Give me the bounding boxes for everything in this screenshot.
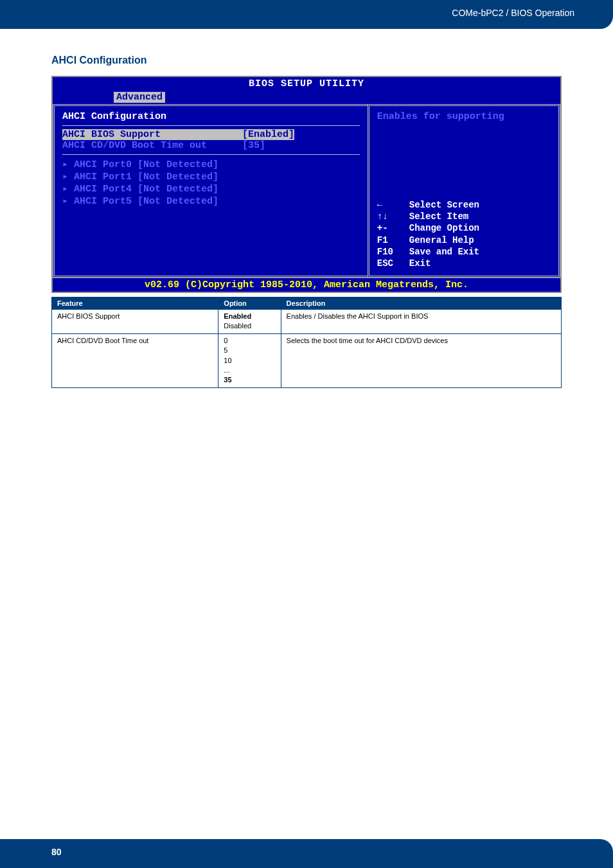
footer-bar: 80 — [0, 839, 613, 868]
boot-timeout-value: [35] — [242, 140, 265, 151]
help-key-save-exit: F10Save and Exit — [377, 246, 551, 258]
td-option: 0 5 10 ...35 — [218, 333, 281, 387]
arrows-updown-icon: ↑↓ — [377, 211, 409, 222]
bios-screenshot: BIOS SETUP UTILITY Advanced AHCI Configu… — [51, 76, 562, 293]
bios-support-label: AHCI BIOS Support — [62, 129, 242, 140]
f1-key: F1 — [377, 235, 409, 246]
help-keys: ←Select Screen ↑↓Select Item +-Change Op… — [377, 199, 551, 269]
plusminus-icon: +- — [377, 222, 409, 234]
bios-item-boot-timeout[interactable]: AHCI CD/DVD Boot Time out [35] — [62, 140, 360, 151]
bios-footer: v02.69 (C)Copyright 1985-2010, American … — [53, 278, 560, 292]
bios-port4[interactable]: ▸ AHCI Port4 [Not Detected] — [62, 182, 360, 195]
bios-body: AHCI Configuration AHCI BIOS Support [En… — [53, 104, 560, 278]
help-key-general-help: F1General Help — [377, 235, 551, 246]
help-key-select-screen: ←Select Screen — [377, 199, 551, 211]
bios-port0[interactable]: ▸ AHCI Port0 [Not Detected] — [62, 158, 360, 170]
section-title: AHCI Configuration — [51, 55, 562, 66]
bios-title: BIOS SETUP UTILITY — [53, 77, 560, 91]
td-feature: AHCI BIOS Support — [52, 310, 218, 334]
td-description: Selects the boot time out for AHCI CD/DV… — [281, 333, 561, 387]
td-feature: AHCI CD/DVD Boot Time out — [52, 333, 218, 387]
help-key-exit: ESCExit — [377, 258, 551, 269]
table-row: AHCI CD/DVD Boot Time out 0 5 10 ...35 S… — [52, 333, 562, 387]
bios-tab-advanced[interactable]: Advanced — [114, 92, 165, 103]
page-number: 80 — [51, 847, 62, 857]
f10-key: F10 — [377, 246, 409, 258]
bios-help-panel: Enables for supporting ←Select Screen ↑↓… — [368, 104, 560, 278]
bios-tab-row: Advanced — [53, 91, 560, 104]
bios-support-value: [Enabled] — [242, 129, 294, 140]
th-option: Option — [218, 297, 281, 310]
th-feature: Feature — [52, 297, 218, 310]
bios-help-text: Enables for supporting — [377, 111, 551, 122]
boot-timeout-label: AHCI CD/DVD Boot Time out — [62, 140, 242, 151]
help-key-change-option: +-Change Option — [377, 222, 551, 234]
header-bar: COMe-bPC2 / BIOS Operation — [0, 0, 613, 29]
td-description: Enables / Disables the AHCI Support in B… — [281, 310, 561, 334]
arrow-left-icon: ← — [377, 199, 409, 211]
bios-port5[interactable]: ▸ AHCI Port5 [Not Detected] — [62, 195, 360, 207]
bios-divider — [62, 125, 360, 126]
bios-port1[interactable]: ▸ AHCI Port1 [Not Detected] — [62, 170, 360, 182]
td-option: EnabledDisabled — [218, 310, 281, 334]
help-key-select-item: ↑↓Select Item — [377, 211, 551, 222]
bios-item-bios-support[interactable]: AHCI BIOS Support [Enabled] — [62, 129, 360, 140]
content-area: AHCI Configuration BIOS SETUP UTILITY Ad… — [0, 29, 613, 414]
bios-divider-2 — [62, 154, 360, 155]
th-description: Description — [281, 297, 561, 310]
esc-key: ESC — [377, 258, 409, 269]
doc-table: Feature Option Description AHCI BIOS Sup… — [51, 297, 562, 388]
table-header-row: Feature Option Description — [52, 297, 562, 310]
breadcrumb: COMe-bPC2 / BIOS Operation — [452, 8, 574, 18]
bios-config-header: AHCI Configuration — [62, 111, 360, 122]
bios-main-panel: AHCI Configuration AHCI BIOS Support [En… — [53, 104, 368, 278]
table-row: AHCI BIOS Support EnabledDisabled Enable… — [52, 310, 562, 334]
